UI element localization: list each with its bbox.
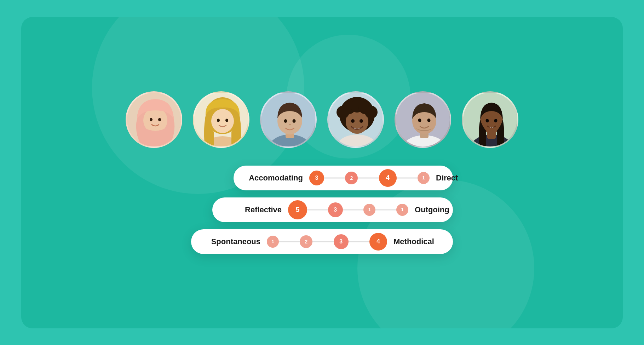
avatar-4 xyxy=(327,91,384,148)
left-label-2: Reflective xyxy=(225,205,282,214)
svg-point-35 xyxy=(427,119,431,122)
content-wrapper: Accomodating 3 2 4 xyxy=(21,91,623,254)
dot-2-4[interactable]: 1 xyxy=(396,204,408,216)
dot-3-1[interactable]: 1 xyxy=(267,236,279,248)
svg-point-11 xyxy=(225,119,228,122)
svg-point-29 xyxy=(360,119,363,123)
svg-point-5 xyxy=(158,118,161,121)
svg-point-28 xyxy=(351,119,355,123)
svg-point-17 xyxy=(293,119,296,123)
dot-1-3[interactable]: 4 xyxy=(379,169,397,187)
dot-2-3[interactable]: 1 xyxy=(363,204,375,216)
svg-point-18 xyxy=(289,124,291,125)
dot-3-2[interactable]: 2 xyxy=(300,235,312,248)
track-3: 1 2 3 4 xyxy=(267,233,387,251)
dot-2-2[interactable]: 3 xyxy=(328,202,343,217)
right-label-3: Methodical xyxy=(393,237,450,246)
right-label-1: Direct xyxy=(436,173,493,183)
avatar-2 xyxy=(193,91,249,148)
dot-3-4[interactable]: 4 xyxy=(369,233,387,251)
dot-1-4[interactable]: 1 xyxy=(418,172,430,184)
main-card: Accomodating 3 2 4 xyxy=(21,17,623,328)
svg-point-41 xyxy=(494,119,498,122)
left-label-1: Accomodating xyxy=(246,173,303,183)
track-1: 3 2 4 1 xyxy=(309,169,430,187)
svg-point-4 xyxy=(150,118,153,121)
trait-bar-accomodating-direct: Accomodating 3 2 4 xyxy=(234,166,453,190)
avatar-6 xyxy=(462,91,518,148)
dot-1-1[interactable]: 3 xyxy=(309,171,324,185)
dot-1-2[interactable]: 2 xyxy=(345,172,358,184)
right-label-2: Outgoing xyxy=(415,205,471,214)
svg-point-10 xyxy=(217,119,220,122)
trait-bar-reflective-outgoing: Reflective 5 3 1 xyxy=(212,197,453,222)
dots-row-2: 5 3 1 1 xyxy=(288,200,408,219)
avatars-row xyxy=(126,91,518,148)
dot-2-1[interactable]: 5 xyxy=(288,200,307,219)
svg-point-16 xyxy=(284,119,287,123)
svg-point-27 xyxy=(365,106,378,119)
track-2: 5 3 1 1 xyxy=(288,200,408,219)
dot-3-3[interactable]: 3 xyxy=(334,234,349,249)
trait-bars: Accomodating 3 2 4 xyxy=(191,166,453,254)
svg-point-34 xyxy=(418,119,421,122)
avatar-3 xyxy=(260,91,317,148)
avatar-1 xyxy=(126,91,182,148)
svg-point-40 xyxy=(486,119,489,122)
trait-bar-spontaneous-methodical: Spontaneous 1 2 3 xyxy=(191,229,453,254)
avatar-5 xyxy=(395,91,451,148)
svg-point-9 xyxy=(211,109,234,133)
left-label-3: Spontaneous xyxy=(204,237,260,246)
dots-row-1: 3 2 4 1 xyxy=(309,169,430,187)
dots-row-3: 1 2 3 4 xyxy=(267,233,387,251)
